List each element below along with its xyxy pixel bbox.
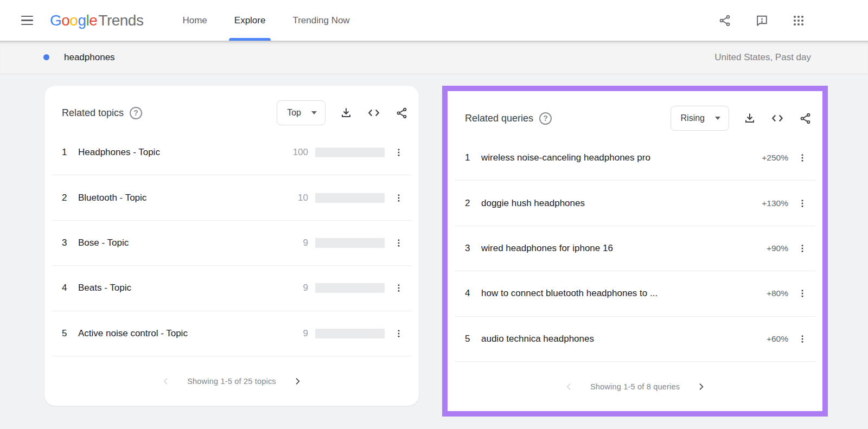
query-row[interactable]: 4 how to connect bluetooth headphones to… — [455, 271, 815, 316]
search-term-bar[interactable]: headphones United States, Past day — [0, 41, 868, 74]
related-topics-header: Related topics ? Top — [62, 100, 409, 126]
help-icon[interactable]: ? — [130, 107, 142, 119]
filter-scope-label: United States, Past day — [714, 52, 811, 63]
share-icon[interactable] — [394, 106, 409, 120]
logo-letter: e — [89, 12, 97, 29]
topic-value: 9 — [284, 328, 308, 339]
page-next-icon[interactable] — [291, 375, 304, 388]
value-bar — [315, 238, 385, 248]
tab-explore[interactable]: Explore — [232, 0, 268, 41]
rank: 4 — [465, 288, 478, 299]
page-previous-icon — [563, 380, 576, 393]
topic-label[interactable]: Bluetooth - Topic — [78, 193, 284, 203]
topic-value: 100 — [284, 147, 308, 158]
rank: 2 — [62, 193, 75, 203]
help-icon[interactable]: ? — [539, 112, 552, 125]
page-previous-icon — [159, 375, 173, 388]
primary-nav: Home Explore Trending Now — [180, 0, 374, 41]
more-options-icon[interactable] — [792, 328, 813, 350]
pagination-label: Showing 1-5 of 25 topics — [187, 377, 276, 386]
google-trends-logo[interactable]: G o o g l e Trends — [50, 12, 143, 29]
more-options-icon[interactable] — [792, 147, 813, 169]
topic-label[interactable]: Headphones - Topic — [78, 147, 284, 158]
value-bar — [315, 148, 385, 157]
google-apps-icon[interactable] — [790, 12, 807, 29]
logo-letter: G — [50, 12, 61, 29]
purple-highlight-annotation: Related queries ? Rising — [442, 86, 828, 417]
topic-value: 9 — [284, 283, 308, 293]
topic-value: 9 — [284, 238, 308, 248]
value-bar — [315, 283, 385, 293]
share-icon[interactable] — [798, 111, 812, 125]
topic-row[interactable]: 2 Bluetooth - Topic 10 — [52, 175, 412, 220]
query-label[interactable]: wired headphones for iphone 16 — [481, 243, 758, 254]
more-options-icon[interactable] — [388, 142, 410, 163]
more-options-icon[interactable] — [792, 193, 813, 214]
tab-trending-now[interactable]: Trending Now — [290, 0, 352, 41]
card-title: Related queries — [465, 113, 533, 124]
value-bar — [315, 193, 385, 203]
topic-label[interactable]: Bose - Topic — [78, 238, 284, 248]
embed-icon[interactable] — [770, 111, 784, 125]
query-growth: +60% — [758, 334, 788, 344]
query-growth: +130% — [758, 199, 788, 208]
rank: 2 — [465, 198, 478, 209]
related-topics-card: Related topics ? Top — [44, 86, 419, 406]
query-label[interactable]: doggie hush headphones — [481, 198, 758, 209]
logo-suffix: Trends — [98, 12, 143, 29]
topics-sort-dropdown[interactable]: Top — [277, 100, 326, 125]
query-label[interactable]: audio technica headphones — [481, 334, 758, 344]
query-row[interactable]: 2 doggie hush headphones +130% — [455, 180, 815, 225]
logo-letter: o — [61, 12, 69, 29]
query-row[interactable]: 5 audio technica headphones +60% — [455, 316, 815, 361]
more-options-icon[interactable] — [792, 238, 813, 259]
related-queries-card: Related queries ? Rising — [448, 91, 822, 411]
topic-label[interactable]: Active noise control - Topic — [78, 328, 284, 339]
more-options-icon[interactable] — [388, 232, 410, 254]
queries-sort-dropdown[interactable]: Rising — [671, 106, 729, 131]
topic-row[interactable]: 5 Active noise control - Topic 9 — [52, 311, 412, 356]
more-options-icon[interactable] — [792, 283, 813, 304]
term-color-dot — [43, 54, 49, 60]
download-icon[interactable] — [339, 106, 353, 120]
embed-icon[interactable] — [367, 106, 381, 120]
more-options-icon[interactable] — [388, 277, 410, 299]
query-label[interactable]: how to connect bluetooth headphones to .… — [481, 288, 758, 299]
card-title: Related topics — [62, 107, 124, 119]
more-options-icon[interactable] — [388, 323, 410, 344]
query-label[interactable]: wireless noise-canceling headphones pro — [481, 152, 758, 163]
download-icon[interactable] — [743, 111, 757, 125]
more-options-icon[interactable] — [388, 187, 410, 209]
related-queries-list: 1 wireless noise-canceling headphones pr… — [455, 136, 815, 361]
topic-row[interactable]: 3 Bose - Topic 9 — [52, 220, 412, 265]
logo-letter: o — [69, 12, 78, 29]
rank: 1 — [465, 152, 478, 163]
dropdown-selected-value: Top — [287, 108, 301, 118]
feedback-icon[interactable] — [753, 12, 770, 29]
main-content: Related topics ? Top — [0, 74, 868, 417]
query-row[interactable]: 1 wireless noise-canceling headphones pr… — [455, 136, 815, 180]
search-term[interactable]: headphones — [64, 52, 714, 63]
value-bar — [315, 329, 385, 338]
hamburger-menu-icon[interactable] — [14, 8, 40, 34]
topic-row[interactable]: 1 Headphones - Topic 100 — [52, 130, 412, 175]
related-topics-list: 1 Headphones - Topic 100 2 Bluetooth - T… — [52, 130, 412, 356]
topic-label[interactable]: Beats - Topic — [78, 283, 284, 293]
topics-pagination: Showing 1-5 of 25 topics — [52, 356, 412, 406]
rank: 4 — [62, 283, 75, 293]
rank: 1 — [62, 147, 75, 158]
topic-value: 10 — [284, 193, 308, 203]
page-next-icon[interactable] — [694, 380, 707, 393]
query-growth: +80% — [758, 289, 788, 298]
logo-letter: g — [78, 12, 86, 29]
chevron-down-icon — [715, 117, 720, 120]
topic-row[interactable]: 4 Beats - Topic 9 — [52, 265, 412, 310]
query-row[interactable]: 3 wired headphones for iphone 16 +90% — [455, 226, 815, 271]
tab-home[interactable]: Home — [180, 0, 209, 41]
pagination-label: Showing 1-5 of 8 queries — [590, 382, 680, 391]
query-growth: +250% — [758, 153, 788, 163]
share-icon[interactable] — [716, 12, 733, 29]
rank: 5 — [465, 334, 478, 344]
navbar-actions — [716, 12, 807, 29]
queries-pagination: Showing 1-5 of 8 queries — [455, 361, 815, 411]
